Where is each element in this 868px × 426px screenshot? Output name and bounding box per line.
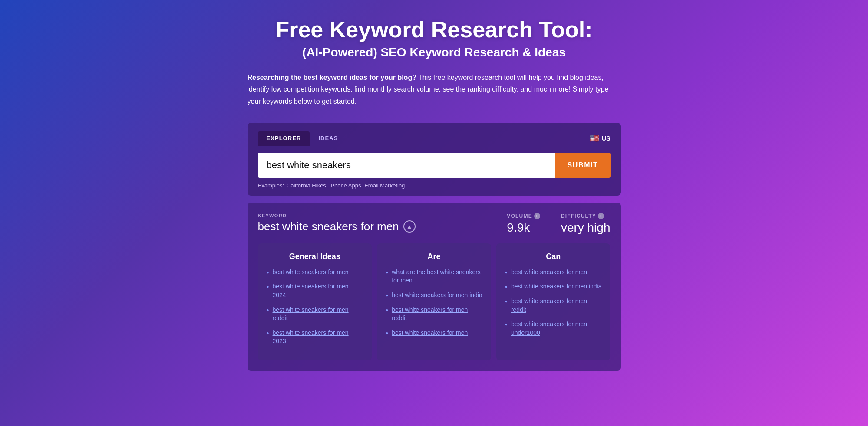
bullet-icon: ●	[505, 284, 508, 289]
submit-button[interactable]: SUBMIT	[555, 153, 611, 178]
example-link-2[interactable]: iPhone Apps	[330, 182, 361, 189]
idea-link[interactable]: best white sneakers for men	[273, 268, 349, 277]
idea-link[interactable]: best white sneakers for men india	[511, 282, 602, 291]
list-item: ● best white sneakers for men	[386, 329, 482, 338]
list-item: ● best white sneakers for men reddit	[505, 297, 602, 314]
ideas-grid: General Ideas ● best white sneakers for …	[258, 243, 611, 360]
page-wrapper: Free Keyword Research Tool: (AI-Powered)…	[239, 0, 630, 397]
idea-link[interactable]: best white sneakers for men	[511, 268, 587, 277]
ideas-card-are-title: Are	[386, 252, 482, 261]
examples-prefix: Examples:	[258, 182, 284, 189]
keyword-value: best white sneakers for men ▲	[258, 220, 507, 233]
tab-explorer[interactable]: EXPLORER	[258, 131, 310, 146]
bullet-icon: ●	[267, 284, 269, 289]
list-item: ● best white sneakers for men 2024	[267, 282, 363, 299]
bullet-icon: ●	[267, 308, 269, 312]
list-item: ● best white sneakers for men	[505, 268, 602, 277]
search-row: SUBMIT	[258, 153, 611, 178]
page-description: Researching the best keyword ideas for y…	[248, 72, 621, 107]
main-title: Free Keyword Research Tool:	[248, 17, 621, 42]
keyword-label: KEYWORD	[258, 213, 507, 218]
country-flag: 🇺🇸	[590, 134, 599, 143]
ideas-card-general: General Ideas ● best white sneakers for …	[258, 243, 372, 360]
keyword-header: KEYWORD best white sneakers for men ▲ VO…	[258, 213, 611, 235]
list-item: ● best white sneakers for men under1000	[505, 320, 602, 337]
tabs-row: EXPLORER IDEAS 🇺🇸 US	[258, 131, 611, 146]
bullet-icon: ●	[267, 331, 269, 335]
bullet-icon: ●	[267, 270, 269, 275]
list-item: ● best white sneakers for men reddit	[267, 306, 363, 323]
list-item: ● best white sneakers for men india	[386, 291, 482, 300]
idea-link[interactable]: best white sneakers for men reddit	[511, 297, 602, 314]
volume-metric: VOLUME i 9.9k	[507, 213, 540, 235]
bullet-icon: ●	[386, 331, 388, 335]
difficulty-value: very high	[561, 221, 611, 235]
search-input[interactable]	[258, 153, 555, 178]
idea-link[interactable]: best white sneakers for men	[392, 329, 468, 338]
list-item: ● what are the best white sneakers for m…	[386, 268, 482, 285]
tab-ideas[interactable]: IDEAS	[310, 131, 347, 146]
bullet-icon: ●	[386, 270, 388, 275]
idea-link[interactable]: what are the best white sneakers for men	[392, 268, 482, 285]
idea-link[interactable]: best white sneakers for men india	[392, 291, 482, 300]
country-selector[interactable]: 🇺🇸 US	[590, 134, 610, 143]
difficulty-metric: DIFFICULTY i very high	[561, 213, 611, 235]
sub-title: (AI-Powered) SEO Keyword Research & Idea…	[248, 46, 621, 59]
list-item: ● best white sneakers for men reddit	[386, 306, 482, 323]
bullet-icon: ●	[505, 299, 508, 304]
list-item: ● best white sneakers for men 2023	[267, 329, 363, 346]
list-item: ● best white sneakers for men	[267, 268, 363, 277]
idea-link[interactable]: best white sneakers for men 2023	[273, 329, 363, 346]
ideas-card-are: Are ● what are the best white sneakers f…	[377, 243, 491, 360]
volume-label: VOLUME	[507, 213, 532, 219]
idea-link[interactable]: best white sneakers for men reddit	[273, 306, 363, 323]
keyword-expand-button[interactable]: ▲	[403, 220, 416, 233]
results-card: KEYWORD best white sneakers for men ▲ VO…	[248, 203, 621, 371]
example-link-3[interactable]: Email Marketing	[364, 182, 405, 189]
difficulty-label: DIFFICULTY	[561, 213, 596, 219]
bullet-icon: ●	[505, 322, 508, 327]
keyword-left: KEYWORD best white sneakers for men ▲	[258, 213, 507, 233]
search-container: EXPLORER IDEAS 🇺🇸 US SUBMIT Examples: Ca…	[248, 123, 621, 196]
description-bold: Researching the best keyword ideas for y…	[248, 74, 416, 81]
idea-link[interactable]: best white sneakers for men under1000	[511, 320, 602, 337]
volume-value: 9.9k	[507, 221, 540, 235]
country-code: US	[602, 135, 610, 142]
ideas-card-can: Can ● best white sneakers for men ● best…	[496, 243, 611, 360]
idea-link[interactable]: best white sneakers for men reddit	[392, 306, 482, 323]
list-item: ● best white sneakers for men india	[505, 282, 602, 291]
examples-row: Examples: California Hikes iPhone Apps E…	[258, 182, 611, 189]
metric-group: VOLUME i 9.9k DIFFICULTY i very high	[507, 213, 610, 235]
bullet-icon: ●	[386, 293, 388, 298]
difficulty-info-icon[interactable]: i	[598, 213, 604, 219]
idea-link[interactable]: best white sneakers for men 2024	[273, 282, 363, 299]
volume-info-icon[interactable]: i	[534, 213, 540, 219]
example-link-1[interactable]: California Hikes	[287, 182, 326, 189]
bullet-icon: ●	[505, 270, 508, 275]
ideas-card-general-title: General Ideas	[267, 252, 363, 261]
bullet-icon: ●	[386, 308, 388, 312]
ideas-card-can-title: Can	[505, 252, 602, 261]
